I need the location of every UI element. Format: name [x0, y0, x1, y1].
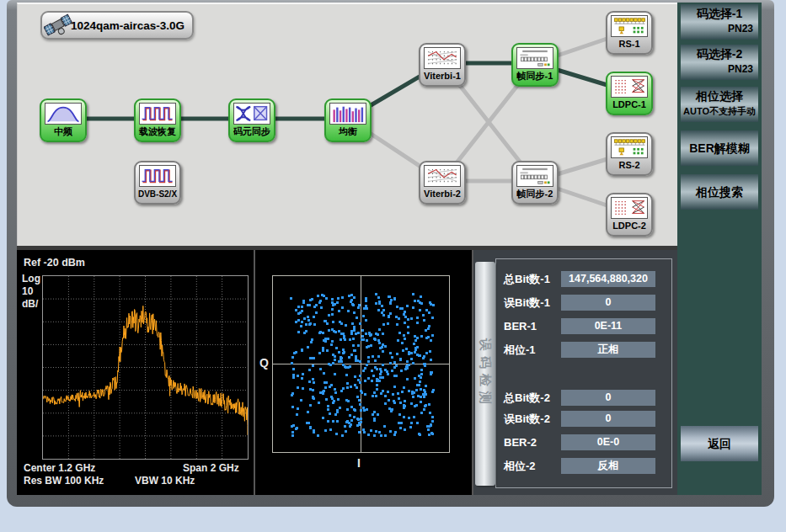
node-frame-sync-2[interactable]: 帧同步-2: [511, 161, 559, 205]
node-ldpc-2[interactable]: LDPC-2: [606, 193, 653, 237]
node-dvb-s2x[interactable]: DVB-S2/X: [134, 161, 181, 205]
node-viterbi-2[interactable]: Viterbi-2: [419, 161, 466, 205]
phase-select-value: AUTO不支持手动: [681, 105, 758, 117]
eye-diagram-icon: [233, 103, 270, 125]
frame-structure-icon: [516, 47, 553, 69]
code-select-2-value: PN23: [681, 63, 758, 75]
square-wave-icon: [139, 165, 176, 187]
center-freq-label: Center 1.2 GHz: [24, 462, 95, 474]
code-select-1-value: PN23: [681, 23, 758, 35]
back-button[interactable]: 返回: [681, 426, 758, 461]
rs-codec-icon: [611, 15, 648, 37]
node-carrier-recovery[interactable]: 载波恢复: [134, 98, 181, 142]
phase-1-value: 正相: [561, 342, 655, 358]
trellis-icon: [424, 165, 461, 187]
spectrum-analyzer-panel: Ref -20 dBm Log 10 dB/ Center 1.2 GHz Sp…: [17, 250, 255, 495]
node-if[interactable]: 中频: [40, 98, 87, 142]
if-spectrum-icon: [45, 103, 82, 125]
error-detect-label: 误码检测: [475, 262, 495, 486]
i-axis-label: I: [357, 456, 361, 470]
errbits-2-value: 0: [561, 411, 655, 427]
equalizer-bars-icon: [329, 103, 366, 125]
ber-deambiguity-button[interactable]: BER解模糊: [681, 130, 758, 166]
node-rs-1[interactable]: RS-1: [606, 11, 653, 55]
node-equalizer[interactable]: 均衡: [324, 98, 372, 142]
node-symbol-sync[interactable]: 码元同步: [228, 98, 275, 142]
scale-label-log: Log: [22, 273, 40, 285]
totalbits-2-value: 0: [561, 390, 655, 406]
node-rs-2[interactable]: RS-2: [606, 132, 653, 176]
code-select-2-button[interactable]: 码选择-2 PN23: [681, 45, 758, 80]
node-viterbi-1[interactable]: Viterbi-1: [419, 43, 466, 87]
spectrum-plot: [42, 275, 249, 460]
satellite-icon: [44, 12, 72, 39]
ber-stats-panel: 误码检测 总Bit数-1 147,564,880,320 误Bit数-1 0 B…: [473, 250, 677, 495]
constellation-plot: [272, 275, 450, 453]
ber-1-value: 0E-11: [561, 318, 655, 334]
ber-2-value: 0E-0: [561, 434, 655, 450]
errbits-1-value: 0: [561, 295, 655, 311]
square-wave-icon: [139, 103, 176, 125]
span-label: Span 2 GHz: [183, 462, 239, 474]
node-ldpc-1[interactable]: LDPC-1: [606, 72, 653, 115]
scale-label-10: 10: [22, 285, 33, 297]
constellation-panel: Q I: [255, 250, 473, 495]
ref-level-label: Ref -20 dBm: [24, 257, 85, 269]
signal-title-label: 1024qam-aircas-3.0G: [71, 19, 184, 32]
totalbits-1-value: 147,564,880,320: [561, 271, 655, 287]
phase-2-value: 反相: [561, 458, 655, 474]
phase-search-button[interactable]: 相位搜索: [681, 174, 758, 210]
scale-label-db: dB/: [22, 298, 38, 310]
res-bw-label: Res BW 100 KHz: [24, 475, 104, 487]
signal-flow-diagram: 1024qam-aircas-3.0G 中频 载波恢复 码元同步 均衡: [17, 3, 677, 246]
trellis-icon: [424, 47, 461, 69]
phase-select-button[interactable]: 相位选择 AUTO不支持手动: [681, 87, 758, 122]
constellation-points: [290, 293, 435, 437]
rs-codec-icon: [611, 136, 648, 158]
node-frame-sync-1[interactable]: 帧同步-1: [511, 43, 559, 87]
ldpc-graph-icon: [611, 76, 648, 98]
q-axis-label: Q: [259, 356, 269, 370]
frame-structure-icon: [516, 165, 553, 187]
code-select-1-button[interactable]: 码选择-1 PN23: [681, 4, 758, 40]
signal-title-button[interactable]: 1024qam-aircas-3.0G: [40, 11, 194, 40]
stats-border: [495, 258, 672, 488]
error-detect-tab: 误码检测: [475, 262, 495, 486]
vbw-label: VBW 10 KHz: [135, 475, 195, 487]
control-sidebar: 码选择-1 PN23 码选择-2 PN23 相位选择 AUTO不支持手动 BER…: [677, 3, 762, 495]
ldpc-graph-icon: [611, 197, 648, 219]
app-window: 1024qam-aircas-3.0G 中频 载波恢复 码元同步 均衡: [7, 0, 774, 507]
